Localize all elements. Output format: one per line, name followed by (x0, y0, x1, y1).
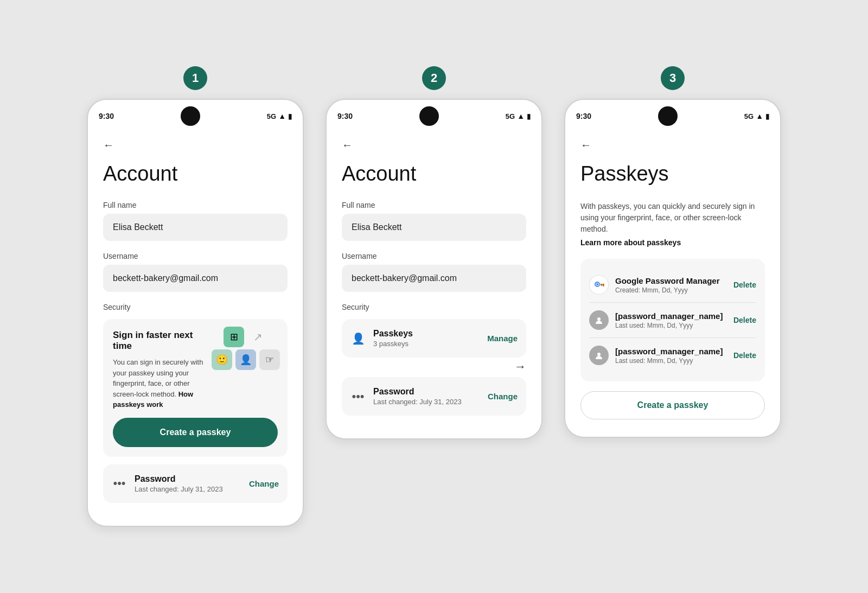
step-3-badge: 3 (661, 66, 685, 90)
field-label-username-2: Username (342, 252, 526, 260)
page-title-3: Passkeys (580, 162, 765, 186)
screen-2-wrapper: 2 9:30 5G ▲ ▮ ← Account Full name Elisa … (326, 66, 542, 439)
password-dots-icon-1: ••• (112, 476, 127, 490)
password-title-2: Password (373, 387, 462, 397)
security-section-label-1: Security (103, 303, 288, 311)
back-button-1[interactable]: ← (103, 139, 288, 151)
promo-text: You can sign in securely with your passk… (113, 357, 203, 410)
generic-pm-icon-2 (589, 346, 609, 365)
svg-rect-3 (603, 284, 604, 286)
pm-name-google: Google Password Manager (615, 276, 720, 285)
username-input-2[interactable]: beckett-bakery@gmail.com (342, 265, 526, 292)
password-subtitle-1: Last changed: July 31, 2023 (135, 485, 223, 493)
generic-pm-icon-1 (589, 310, 609, 330)
promo-icon-row-2: 🙂 👤 ☞ (212, 349, 280, 370)
battery-icon-1: ▮ (288, 112, 292, 120)
promo-title: Sign in faster next time (113, 330, 203, 352)
field-label-fullname-2: Full name (342, 201, 526, 209)
security-section-label-2: Security (342, 303, 526, 311)
status-right-1: 5G ▲ ▮ (267, 112, 292, 120)
time-3: 9:30 (576, 112, 591, 120)
password-change-link-1[interactable]: Change (249, 479, 279, 488)
field-label-fullname-1: Full name (103, 201, 288, 209)
create-passkey-button-3[interactable]: Create a passkey (580, 391, 765, 419)
camera-2 (419, 106, 439, 126)
passkeys-item-left-2: 👤 Passkeys 3 passkeys (350, 329, 413, 348)
phone-2-content: ← Account Full name Elisa Beckett Userna… (327, 130, 541, 438)
screen-3-wrapper: 3 9:30 5G ▲ ▮ ← Passkeys With passkeys, … (564, 66, 781, 438)
learn-more-link-3[interactable]: Learn more about passkeys (580, 238, 765, 247)
passkeys-title-2: Passkeys (373, 329, 413, 339)
pm-delete-google[interactable]: Delete (733, 280, 756, 289)
status-right-3: 5G ▲ ▮ (744, 112, 769, 120)
pm-left-generic-1: [password_manager_name] Last used: Mmm, … (589, 310, 723, 330)
username-input-1[interactable]: beckett-bakery@gmail.com (103, 265, 288, 292)
signal-icon-3: ▲ (756, 112, 763, 120)
page-title-1: Account (103, 162, 288, 186)
svg-point-6 (597, 317, 601, 321)
face-icon: 🙂 (212, 349, 232, 370)
password-title-1: Password (135, 474, 223, 484)
fullname-input-2[interactable]: Elisa Beckett (342, 214, 526, 241)
battery-icon-3: ▮ (765, 112, 769, 120)
password-item-1: ••• Password Last changed: July 31, 2023… (103, 464, 288, 503)
phone-2: 9:30 5G ▲ ▮ ← Account Full name Elisa Be… (326, 99, 542, 439)
promo-icons: ⊞ ↗ 🙂 👤 ☞ (212, 327, 280, 372)
back-button-2[interactable]: ← (342, 139, 526, 151)
status-right-2: 5G ▲ ▮ (506, 112, 531, 120)
grid-icon: ⊞ (224, 327, 244, 347)
passkeys-icon-2: 👤 (350, 332, 366, 345)
passkey-promo-card: Sign in faster next time You can sign in… (103, 319, 288, 457)
passkeys-item-2: 👤 Passkeys 3 passkeys Manage (342, 319, 526, 358)
password-item-left-1: ••• Password Last changed: July 31, 2023 (112, 474, 223, 493)
network-2: 5G (506, 112, 515, 120)
pm-date-generic-2: Last used: Mmm, Dd, Yyyy (615, 357, 723, 365)
pm-name-generic-1: [password_manager_name] (615, 311, 723, 321)
back-button-3[interactable]: ← (580, 139, 765, 151)
camera-1 (181, 106, 200, 126)
promo-icon-row-1: ⊞ ↗ (224, 327, 268, 347)
passkeys-item-text-2: Passkeys 3 passkeys (373, 329, 413, 348)
pm-delete-generic-1[interactable]: Delete (733, 316, 756, 324)
create-passkey-button-1[interactable]: Create a passkey (113, 418, 278, 447)
signal-icon-2: ▲ (517, 112, 525, 120)
passkeys-manage-link-2[interactable]: Manage (487, 334, 518, 343)
camera-3 (658, 106, 678, 126)
password-dots-icon-2: ••• (350, 390, 366, 404)
passkey-managers-card: Google Password Manager Created: Mmm, Dd… (580, 259, 765, 381)
password-item-2: ••• Password Last changed: July 31, 2023… (342, 377, 526, 416)
screens-container: 1 9:30 5G ▲ ▮ ← Account Full name Elisa … (33, 66, 835, 527)
svg-point-8 (597, 353, 601, 356)
status-bar-1: 9:30 5G ▲ ▮ (88, 100, 303, 130)
manage-arrow: → (514, 360, 526, 374)
fullname-input-1[interactable]: Elisa Beckett (103, 214, 288, 241)
pm-text-generic-1: [password_manager_name] Last used: Mmm, … (615, 311, 723, 329)
password-item-text-2: Password Last changed: July 31, 2023 (373, 387, 462, 406)
field-label-username-1: Username (103, 252, 288, 260)
fingerprint-icon: ☞ (259, 349, 280, 370)
password-item-text-1: Password Last changed: July 31, 2023 (135, 474, 223, 493)
passkeys-description-3: With passkeys, you can quickly and secur… (580, 201, 765, 235)
phone-3: 9:30 5G ▲ ▮ ← Passkeys With passkeys, yo… (564, 99, 781, 438)
pm-item-generic-1: [password_manager_name] Last used: Mmm, … (589, 302, 756, 337)
person-icon: 👤 (235, 349, 256, 370)
pm-item-generic-2: [password_manager_name] Last used: Mmm, … (589, 337, 756, 373)
pm-text-generic-2: [password_manager_name] Last used: Mmm, … (615, 347, 723, 365)
password-change-link-2[interactable]: Change (488, 392, 518, 401)
pm-delete-generic-2[interactable]: Delete (733, 351, 756, 360)
arrow-icon: ↗ (247, 327, 268, 347)
network-1: 5G (267, 112, 276, 120)
password-subtitle-2: Last changed: July 31, 2023 (373, 398, 462, 406)
phone-1-content: ← Account Full name Elisa Beckett Userna… (88, 130, 303, 526)
time-1: 9:30 (99, 112, 114, 120)
pm-name-generic-2: [password_manager_name] (615, 347, 723, 356)
phone-3-content: ← Passkeys With passkeys, you can quickl… (565, 130, 780, 437)
network-3: 5G (744, 112, 754, 120)
svg-point-1 (596, 283, 598, 285)
pm-left-google: Google Password Manager Created: Mmm, Dd… (589, 275, 720, 295)
pm-item-google: Google Password Manager Created: Mmm, Dd… (589, 267, 756, 302)
pm-date-generic-1: Last used: Mmm, Dd, Yyyy (615, 322, 723, 329)
pm-text-google: Google Password Manager Created: Mmm, Dd… (615, 276, 720, 294)
step-1-badge: 1 (183, 66, 207, 90)
signal-icon-1: ▲ (278, 112, 286, 120)
